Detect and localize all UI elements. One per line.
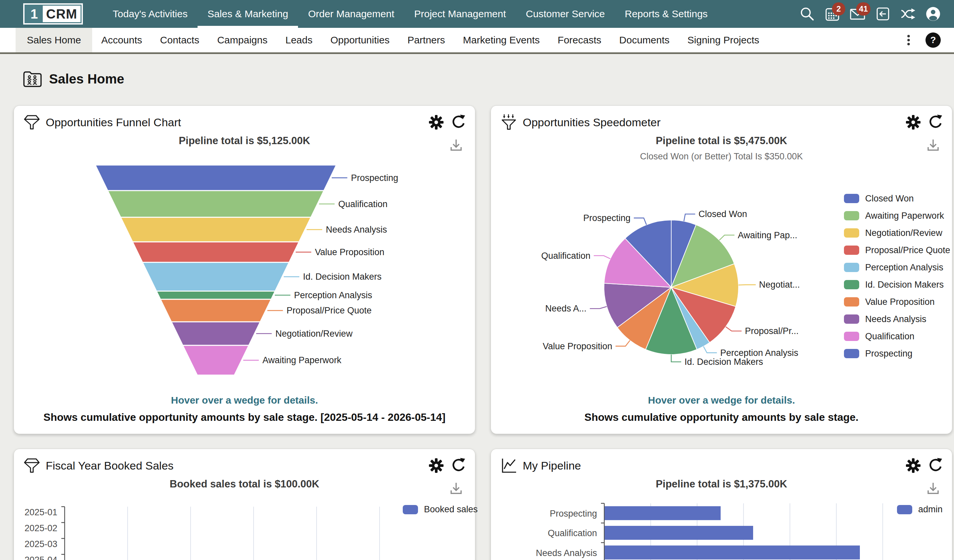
pie-slice-label: Id. Decision Makers (684, 357, 763, 367)
topnav-item-reports-settings[interactable]: Reports & Settings (615, 0, 718, 28)
shuffle-icon[interactable] (900, 6, 915, 22)
funnel-segment[interactable] (108, 191, 324, 217)
legend-label: Perception Analysis (865, 263, 943, 273)
crm-window: 1 CRM Today's Activities Sales & Marketi… (0, 0, 954, 560)
pie-slice-label: Closed Won (698, 209, 747, 219)
topnav-item-order-management[interactable]: Order Management (298, 0, 404, 28)
funnel-segment[interactable] (183, 345, 249, 375)
subnav-right-icons: ? (906, 33, 941, 48)
topnav-item-customer-service[interactable]: Customer Service (516, 0, 614, 28)
user-icon-glyph (926, 6, 941, 22)
legend-item[interactable]: Value Proposition (844, 297, 950, 306)
calendar-icon[interactable]: 2 (825, 6, 840, 22)
topnav-item-project-management[interactable]: Project Management (404, 0, 516, 28)
legend-label: Value Proposition (865, 297, 935, 307)
help-icon[interactable]: ? (926, 33, 941, 48)
funnel-description: Shows cumulative opportunity amounts by … (14, 411, 475, 423)
subnav-item-partners[interactable]: Partners (398, 28, 454, 52)
legend-swatch (844, 280, 859, 289)
funnel-segment[interactable] (143, 263, 289, 291)
pie-callout-line (671, 355, 681, 362)
legend-item[interactable]: Awaiting Paperwork (844, 211, 950, 220)
funnel-stage-label: Proposal/Price Quote (287, 305, 372, 316)
subnav-item-opportunities[interactable]: Opportunities (321, 28, 398, 52)
more-menu-icon[interactable] (906, 33, 911, 48)
funnel-segment[interactable] (171, 322, 260, 345)
bar[interactable] (605, 506, 721, 520)
funnel-segment[interactable] (95, 165, 337, 191)
legend-swatch (844, 314, 859, 324)
sales-home-folder-icon (22, 68, 43, 89)
legend-item[interactable]: Negotiation/Review (844, 228, 950, 238)
subnav-item-forecasts[interactable]: Forecasts (549, 28, 610, 52)
pipeline-legend: admin (897, 504, 943, 515)
legend-item[interactable]: Closed Won (844, 194, 950, 203)
legend-label: Needs Analysis (865, 314, 926, 324)
search-icon-glyph (800, 6, 815, 22)
pie-legend: Closed WonAwaiting PaperworkNegotiation/… (844, 194, 950, 366)
pie-slice-label: Prospecting (583, 213, 630, 223)
category-label: Prospecting (550, 509, 597, 519)
legend-swatch (844, 211, 859, 220)
legend-label: Proposal/Price Quote (865, 245, 950, 255)
legend-item[interactable]: Proposal/Price Quote (844, 246, 950, 255)
funnel-stage-label: Value Proposition (315, 247, 385, 257)
page-title: Sales Home (49, 72, 124, 87)
page-title-row: Sales Home (22, 68, 124, 89)
funnel-stage-label: Needs Analysis (326, 225, 387, 235)
subnav-item-sales-home[interactable]: Sales Home (16, 28, 92, 52)
bar[interactable] (605, 545, 860, 559)
top-navigation: 1 CRM Today's Activities Sales & Marketi… (0, 0, 954, 28)
legend-swatch (844, 297, 859, 306)
app-logo[interactable]: 1 CRM (23, 3, 83, 25)
funnel-chart[interactable]: ProspectingQualificationNeeds AnalysisVa… (14, 106, 475, 390)
topnav-icon-group: 2 41 (800, 6, 941, 22)
module-navigation: Sales Home Accounts Contacts Campaigns L… (0, 28, 954, 54)
legend-item[interactable]: Id. Decision Makers (844, 280, 950, 289)
shuffle-icon-glyph (900, 6, 915, 22)
funnel-segment[interactable] (121, 217, 311, 242)
funnel-stage-label: Prospecting (351, 173, 398, 183)
search-icon[interactable] (800, 6, 815, 22)
subnav-item-contacts[interactable]: Contacts (151, 28, 208, 52)
topnav-item-sales-marketing[interactable]: Sales & Marketing (198, 0, 298, 28)
legend-swatch (844, 194, 859, 203)
subnav-item-signing-projects[interactable]: Signing Projects (678, 28, 768, 52)
funnel-stage-label: Qualification (338, 199, 388, 209)
category-label: 2025-01 (25, 507, 57, 517)
card-opportunities-speedometer: Opportunities Speedometer (491, 105, 952, 434)
legend-swatch (844, 332, 859, 341)
user-icon[interactable] (926, 6, 941, 22)
topnav-item-todays-activities[interactable]: Today's Activities (103, 0, 198, 28)
subnav-item-accounts[interactable]: Accounts (92, 28, 151, 52)
pipeline-chart[interactable]: ProspectingQualificationNeeds Analysis (491, 449, 952, 560)
logout-icon-glyph (875, 6, 890, 22)
funnel-stage-label: Awaiting Paperwork (262, 355, 342, 365)
mail-icon[interactable]: 41 (850, 6, 865, 22)
funnel-segment[interactable] (156, 291, 275, 299)
pie-callout-line (703, 346, 717, 353)
funnel-segment[interactable] (132, 242, 299, 263)
logo-one: 1 (25, 6, 43, 22)
category-label: Qualification (548, 528, 597, 538)
subnav-item-documents[interactable]: Documents (610, 28, 678, 52)
vertical-dots-glyph (906, 33, 911, 48)
legend-label: Qualification (865, 331, 915, 342)
legend-item[interactable]: Perception Analysis (844, 263, 950, 272)
pie-slice-label: Qualification (541, 251, 591, 261)
subnav-item-leads[interactable]: Leads (276, 28, 321, 52)
subnav-item-campaigns[interactable]: Campaigns (208, 28, 276, 52)
legend-swatch (844, 263, 859, 272)
legend-item[interactable]: Needs Analysis (844, 314, 950, 324)
legend-swatch (403, 505, 418, 514)
logout-icon[interactable] (875, 6, 890, 22)
legend-item[interactable]: Prospecting (844, 349, 950, 358)
legend-item[interactable]: Qualification (844, 332, 950, 341)
subnav-item-marketing-events[interactable]: Marketing Events (454, 28, 549, 52)
legend-swatch (844, 228, 859, 238)
funnel-segment[interactable] (161, 299, 271, 322)
logo-crm: CRM (43, 6, 81, 22)
legend-label: Id. Decision Makers (865, 280, 944, 290)
bar[interactable] (605, 526, 753, 540)
funnel-stage-label: Perception Analysis (294, 290, 372, 300)
